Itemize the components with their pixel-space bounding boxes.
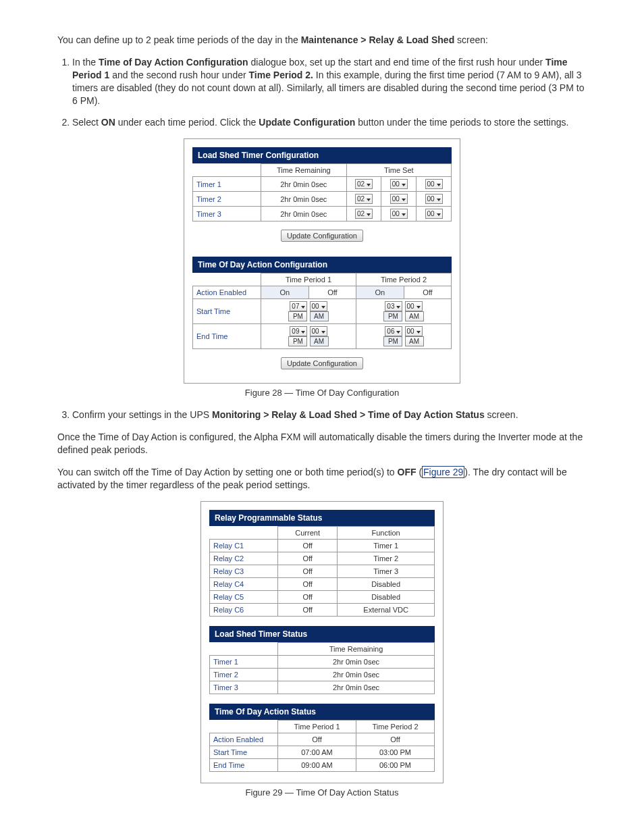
col-function: Function bbox=[338, 526, 435, 539]
tp1-et-h[interactable]: 09 bbox=[290, 326, 307, 336]
tp1-st-am[interactable]: AM bbox=[310, 311, 329, 321]
ae-status: Action Enabled bbox=[210, 733, 278, 746]
step-2: Select ON under each time period. Click … bbox=[72, 116, 587, 129]
para-switch-off: You can switch off the Time of Day Actio… bbox=[57, 466, 587, 492]
intro-text: You can define up to 2 peak time periods… bbox=[57, 34, 587, 47]
para-once-configured: Once the Time of Day Action is configure… bbox=[57, 431, 587, 457]
timer3-s-dd[interactable]: 00 bbox=[425, 209, 443, 219]
tp1-st-h[interactable]: 07 bbox=[290, 301, 307, 311]
relay-c3: Relay C3 bbox=[210, 565, 278, 577]
step-3: Confirm your settings in the UPS Monitor… bbox=[72, 409, 587, 421]
update-config-button-1[interactable]: Update Configuration bbox=[281, 230, 363, 242]
timer1-s-dd[interactable]: 00 bbox=[425, 179, 443, 189]
update-config-button-2[interactable]: Update Configuration bbox=[281, 357, 363, 369]
relay-c6: Relay C6 bbox=[210, 603, 278, 616]
tp2-st-m[interactable]: 00 bbox=[405, 301, 423, 311]
tp1-et-m[interactable]: 00 bbox=[310, 326, 327, 336]
figure-28-caption: Figure 28 — Time Of Day Configuration bbox=[57, 388, 587, 398]
ls-timer3: Timer 3 bbox=[210, 681, 278, 694]
tp1-st-m[interactable]: 00 bbox=[310, 301, 327, 311]
tod-action-config-banner: Time Of Day Action Configuration bbox=[192, 257, 452, 273]
timer2-m-dd[interactable]: 00 bbox=[390, 194, 408, 204]
tp1-st-pm[interactable]: PM bbox=[288, 311, 307, 321]
step-1: In the Time of Day Action Configuration … bbox=[72, 56, 587, 107]
tp2-status-header: Time Period 2 bbox=[356, 720, 435, 733]
et-status: End Time bbox=[210, 758, 278, 771]
timer1-h-dd[interactable]: 02 bbox=[355, 179, 373, 189]
figure-29-link[interactable]: Figure 29 bbox=[422, 466, 464, 478]
tp2-et-pm[interactable]: PM bbox=[383, 336, 402, 346]
timer3-h-dd[interactable]: 02 bbox=[355, 209, 373, 219]
action-enabled-label: Action Enabled bbox=[193, 286, 261, 299]
load-shed-timer-config-banner: Load Shed Timer Configuration bbox=[192, 147, 452, 163]
timer1-m-dd[interactable]: 00 bbox=[390, 179, 408, 189]
tod-action-status-banner: Time Of Day Action Status bbox=[209, 704, 435, 720]
relay-c1: Relay C1 bbox=[210, 539, 278, 552]
timer1-remain: 2hr 0min 0sec bbox=[261, 177, 347, 192]
tp2-on[interactable]: On bbox=[356, 286, 404, 299]
load-shed-timer-status-banner: Load Shed Timer Status bbox=[209, 626, 435, 642]
tp2-et-am[interactable]: AM bbox=[405, 336, 424, 346]
tp2-st-h[interactable]: 03 bbox=[385, 301, 402, 311]
tp1-on[interactable]: On bbox=[261, 286, 309, 299]
timer2-label: Timer 2 bbox=[193, 192, 261, 207]
tp2-header: Time Period 2 bbox=[356, 273, 451, 286]
tp1-status-header: Time Period 1 bbox=[278, 720, 356, 733]
tp2-st-pm[interactable]: PM bbox=[383, 311, 402, 321]
timer3-m-dd[interactable]: 00 bbox=[390, 209, 408, 219]
timer2-h-dd[interactable]: 02 bbox=[355, 194, 373, 204]
ls-timer2: Timer 2 bbox=[210, 668, 278, 681]
tp1-et-am[interactable]: AM bbox=[310, 336, 329, 346]
timer3-remain: 2hr 0min 0sec bbox=[261, 207, 347, 221]
ls-timer1: Timer 1 bbox=[210, 655, 278, 668]
col-current: Current bbox=[278, 526, 338, 539]
col-time-remaining-2: Time Remaining bbox=[278, 642, 435, 655]
timer1-label: Timer 1 bbox=[193, 177, 261, 192]
start-time-label: Start Time bbox=[193, 299, 261, 324]
tp2-et-h[interactable]: 06 bbox=[385, 326, 402, 336]
figure-29-caption: Figure 29 — Time Of Day Action Status bbox=[57, 787, 587, 798]
tp2-st-am[interactable]: AM bbox=[405, 311, 424, 321]
tp1-et-pm[interactable]: PM bbox=[288, 336, 307, 346]
relay-c2: Relay C2 bbox=[210, 552, 278, 565]
tp2-off[interactable]: Off bbox=[404, 286, 451, 299]
timer2-s-dd[interactable]: 00 bbox=[425, 194, 443, 204]
st-status: Start Time bbox=[210, 746, 278, 758]
figure-29-panel: Relay Programmable Status Current Functi… bbox=[200, 501, 444, 783]
end-time-label: End Time bbox=[193, 324, 261, 349]
relay-prog-status-banner: Relay Programmable Status bbox=[209, 510, 435, 526]
tp2-et-m[interactable]: 00 bbox=[405, 326, 423, 336]
col-time-remaining: Time Remaining bbox=[261, 164, 347, 177]
tp1-off[interactable]: Off bbox=[308, 286, 356, 299]
timer2-remain: 2hr 0min 0sec bbox=[261, 192, 347, 207]
figure-28-panel: Load Shed Timer Configuration Time Remai… bbox=[184, 138, 460, 384]
timer3-label: Timer 3 bbox=[193, 207, 261, 221]
relay-c4: Relay C4 bbox=[210, 577, 278, 590]
col-time-set: Time Set bbox=[346, 164, 451, 177]
tp1-header: Time Period 1 bbox=[261, 273, 356, 286]
relay-c5: Relay C5 bbox=[210, 590, 278, 603]
